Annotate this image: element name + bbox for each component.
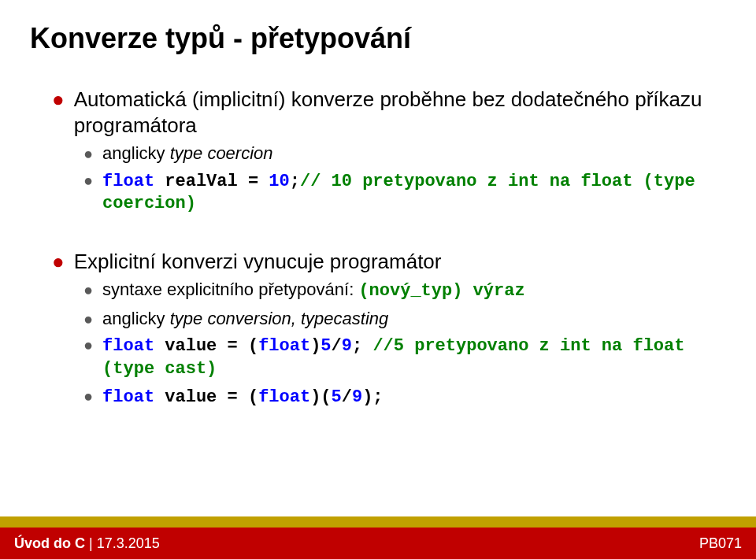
bullet-dot-icon: ● [52,249,65,275]
bullet-item: ● Automatická (implicitní) konverze prob… [52,87,726,138]
bullet-text: anglicky type coercion [102,143,272,165]
code-keyword: float [258,387,310,407]
footer-right: PB071 [699,535,742,552]
code-text: ; [352,336,372,356]
code-text: realVal = [154,172,269,191]
footer-left: Úvod do C | 17.3.2015 [14,535,160,552]
code-text: / [342,387,352,407]
bullet-italic: type coercion [170,143,273,163]
code-keyword: float [258,336,310,356]
bullet-dot-icon: ● [83,280,93,300]
footer-sep: | [85,535,97,551]
code-number: 9 [342,336,352,356]
slide: Konverze typů - přetypování ● Automatick… [0,0,756,559]
bullet-item: ● float value = (float)5/9; //5 pretypov… [83,335,726,380]
section-gap [30,220,726,249]
code-keyword: float [102,172,154,191]
code-text: )( [310,387,331,407]
bullet-italic: type conversion, typecasting [170,309,389,328]
code-green: (nový_typ) výraz [358,281,524,301]
code-text: value = ( [154,387,258,407]
bullet-item: ● Explicitní konverzi vynucuje programát… [52,249,726,275]
bullet-text: anglicky type conversion, typecasting [102,308,388,331]
bullet-text: syntaxe explicitního přetypování: (nový_… [102,279,525,303]
code-line: float value = (float)5/9; //5 pretypovan… [102,335,726,380]
slide-title: Konverze typů - přetypování [30,22,726,55]
code-text: ); [362,387,383,407]
code-text: ) [310,336,321,356]
footer-goldbar [0,516,756,528]
bullet-item: ● float realVal = 10;// 10 pretypovano z… [83,170,726,216]
bullet-pre: syntaxe explicitního přetypování: [102,280,358,299]
code-text: ; [290,172,300,191]
code-number: 5 [321,336,331,356]
bullet-item: ● float value = (float)(5/9); [83,386,726,409]
footer-redbar: Úvod do C | 17.3.2015 PB071 [0,528,756,559]
code-number: 5 [332,387,342,407]
bullet-dot-icon: ● [83,170,93,191]
bullet-text: Explicitní konverzi vynucuje programátor [74,249,442,275]
code-number: 10 [269,172,289,191]
code-line: float realVal = 10;// 10 pretypovano z i… [102,171,726,216]
bullet-dot-icon: ● [83,335,93,355]
code-keyword: float [102,336,154,356]
code-line: float value = (float)(5/9); [102,387,383,409]
bullet-dot-icon: ● [83,309,93,329]
code-keyword: float [102,387,154,407]
bullet-dot-icon: ● [83,143,93,164]
bullet-item: ● anglicky type coercion [83,143,726,165]
bullet-dot-icon: ● [52,87,65,113]
bullet-item: ● anglicky type conversion, typecasting [83,308,726,331]
footer-date: 17.3.2015 [97,535,160,551]
code-text: value = ( [154,336,258,356]
code-number: 9 [352,387,362,407]
footer-prefix: Úvod do C [14,535,85,551]
bullet-item: ● syntaxe explicitního přetypování: (nov… [83,279,726,303]
bullet-pre: anglicky [102,143,170,163]
code-text: / [332,336,342,356]
bullet-dot-icon: ● [83,386,93,406]
bullet-text: Automatická (implicitní) konverze proběh… [74,87,726,138]
bullet-pre: anglicky [102,309,170,328]
footer: Úvod do C | 17.3.2015 PB071 [0,516,756,559]
